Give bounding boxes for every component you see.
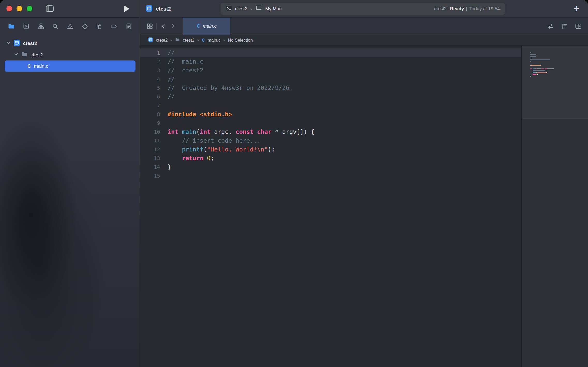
breadcrumb-project[interactable]: ctest2 bbox=[156, 38, 168, 43]
line-number: 2 bbox=[140, 57, 160, 66]
line-number: 14 bbox=[140, 163, 160, 171]
line-text: // ctest2 bbox=[160, 66, 203, 75]
line-number: 6 bbox=[140, 92, 160, 101]
breadcrumb-file[interactable]: main.c bbox=[208, 38, 221, 43]
line-number: 5 bbox=[140, 83, 160, 92]
code-line[interactable]: 1// bbox=[140, 48, 521, 57]
breakpoint-navigator-icon[interactable] bbox=[107, 21, 122, 32]
c-file-icon: C bbox=[27, 63, 31, 69]
tree-item-group[interactable]: ctest2 bbox=[0, 49, 140, 60]
minimap-line bbox=[530, 54, 585, 55]
c-file-icon: C bbox=[197, 23, 200, 29]
minimap-line bbox=[530, 70, 585, 71]
related-items-icon[interactable] bbox=[145, 21, 154, 31]
line-number: 13 bbox=[140, 154, 160, 163]
minimap-line bbox=[530, 63, 585, 64]
window-title: ctest2 bbox=[156, 6, 171, 12]
line-number: 11 bbox=[140, 136, 160, 145]
breadcrumb-selection[interactable]: No Selection bbox=[228, 38, 253, 43]
minimap-line bbox=[530, 68, 585, 69]
editor-options-icon[interactable] bbox=[560, 21, 569, 31]
code-line[interactable]: 10int main(int argc, const char * argv[]… bbox=[140, 127, 521, 136]
issue-navigator-icon[interactable] bbox=[63, 21, 78, 32]
project-icon bbox=[148, 37, 153, 43]
zoom-window-button[interactable] bbox=[27, 6, 32, 11]
code-lines[interactable]: 1//2// main.c3// ctest24//5// Created by… bbox=[140, 46, 521, 367]
add-editor-icon[interactable] bbox=[574, 21, 583, 31]
tree-item-project[interactable]: ctest2 bbox=[0, 38, 140, 49]
project-icon bbox=[13, 40, 20, 48]
minimize-window-button[interactable] bbox=[17, 6, 22, 11]
line-number: 7 bbox=[140, 101, 160, 110]
tab-main-c[interactable]: C main.c bbox=[183, 18, 230, 35]
tree-item-label: main.c bbox=[34, 63, 48, 69]
toolbar: ctest2 ctest2 › bbox=[0, 0, 588, 18]
code-line[interactable]: 6// bbox=[140, 92, 521, 101]
chevron-separator-icon: › bbox=[170, 37, 172, 43]
code-line[interactable]: 15 bbox=[140, 171, 521, 180]
scheme-destination-label[interactable]: My Mac bbox=[265, 6, 282, 12]
close-window-button[interactable] bbox=[6, 6, 12, 11]
toolbar-center: ctest2 › My Mac ctest2: Ready | Today at… bbox=[221, 3, 505, 15]
tree-item-label: ctest2 bbox=[31, 52, 44, 58]
project-navigator-icon[interactable] bbox=[4, 21, 19, 32]
tree-item-label: ctest2 bbox=[23, 41, 37, 46]
line-text: // bbox=[160, 92, 175, 101]
code-line[interactable]: 8#include <stdio.h> bbox=[140, 110, 521, 119]
code-line[interactable]: 11 // insert code here... bbox=[140, 136, 521, 145]
report-navigator-icon[interactable] bbox=[121, 21, 136, 32]
code-line[interactable]: 7 bbox=[140, 101, 521, 110]
line-number: 8 bbox=[140, 110, 160, 119]
run-button[interactable] bbox=[123, 5, 130, 13]
scheme-selector[interactable]: ctest2 › My Mac bbox=[226, 5, 282, 13]
back-button[interactable] bbox=[159, 21, 168, 31]
code-line[interactable]: 2// main.c bbox=[140, 57, 521, 66]
line-text: #include <stdio.h> bbox=[160, 110, 232, 119]
folder-icon bbox=[21, 51, 28, 59]
scheme-target-label[interactable]: ctest2 bbox=[235, 6, 247, 12]
status-separator: | bbox=[466, 6, 467, 12]
plus-icon: + bbox=[574, 3, 579, 14]
source-control-navigator-icon[interactable] bbox=[19, 21, 34, 32]
tab-label: main.c bbox=[203, 24, 216, 29]
line-number: 1 bbox=[140, 48, 160, 57]
code-line[interactable]: 3// ctest2 bbox=[140, 66, 521, 75]
minimap-line bbox=[530, 76, 585, 77]
disclosure-triangle-icon[interactable] bbox=[6, 41, 11, 46]
code-line[interactable]: 12 printf("Hello, World!\n"); bbox=[140, 145, 521, 154]
symbol-navigator-icon[interactable] bbox=[33, 21, 48, 32]
minimap-column[interactable] bbox=[521, 46, 588, 367]
play-icon bbox=[123, 5, 130, 13]
breadcrumb-group[interactable]: ctest2 bbox=[183, 38, 194, 43]
minimap-line bbox=[530, 59, 585, 60]
test-navigator-icon[interactable] bbox=[77, 21, 92, 32]
line-text: // bbox=[160, 48, 175, 57]
code-line[interactable]: 5// Created by 4nsw3r on 2022/9/26. bbox=[140, 83, 521, 92]
jump-bar: ctest2 › ctest2 › C main.c › No Selectio… bbox=[140, 35, 588, 46]
minimap[interactable] bbox=[530, 52, 585, 79]
toggle-navigator-button[interactable] bbox=[46, 5, 54, 13]
disclosure-triangle-icon[interactable] bbox=[14, 52, 18, 58]
xcode-window: ctest2 ctest2 › bbox=[0, 0, 588, 367]
tree-item-file-selected[interactable]: C main.c bbox=[5, 60, 135, 72]
minimap-line bbox=[530, 61, 585, 62]
code-line[interactable]: 9 bbox=[140, 119, 521, 127]
add-button[interactable]: + bbox=[571, 3, 582, 14]
toolbar-divider bbox=[156, 23, 157, 29]
xcode-project-icon bbox=[146, 5, 153, 13]
editor-area: C main.c ctest2 › bbox=[140, 18, 588, 367]
code-line[interactable]: 14} bbox=[140, 163, 521, 171]
code-line[interactable]: 4// bbox=[140, 75, 521, 83]
minimap-line bbox=[530, 67, 585, 67]
debug-navigator-icon[interactable] bbox=[92, 21, 107, 32]
find-navigator-icon[interactable] bbox=[48, 21, 63, 32]
code-line[interactable]: 13 return 0; bbox=[140, 154, 521, 163]
status-state: Ready bbox=[450, 6, 464, 12]
minimap-line bbox=[530, 72, 585, 73]
file-tree: ctest2 ctest2 C main.c bbox=[0, 35, 140, 72]
sidebar-divider[interactable] bbox=[140, 0, 140, 367]
forward-button[interactable] bbox=[168, 21, 177, 31]
source-editor: 1//2// main.c3// ctest24//5// Created by… bbox=[140, 46, 588, 367]
code-review-icon[interactable] bbox=[546, 21, 555, 31]
line-text: // main.c bbox=[160, 57, 203, 66]
